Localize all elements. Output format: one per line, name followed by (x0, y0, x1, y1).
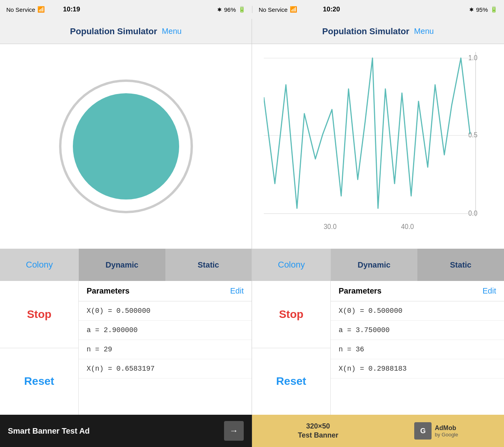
right-params-header: Parameters Edit (331, 281, 504, 301)
bluetooth-icon-right: ✱ (469, 7, 474, 13)
left-params-title: Parameters (87, 286, 130, 296)
left-param-xn: X(n) = 0.6583197 (79, 359, 252, 379)
right-param-x0: X(0) = 0.500000 (331, 301, 504, 321)
nav-menu-left[interactable]: Menu (162, 27, 182, 36)
right-viz-area: 1.0 0.5 0.0 30.0 40.0 (252, 44, 504, 249)
no-service-right: No Service 📶 (259, 6, 297, 13)
right-tab-group: Dynamic Static (331, 249, 504, 281)
ad-banner-text: Smart Banner Test Ad (8, 427, 218, 436)
left-tab-bar: Colony Dynamic Static (0, 249, 252, 281)
right-param-a: a = 3.750000 (331, 321, 504, 340)
right-reset-button[interactable]: Reset (252, 348, 330, 415)
chart-line (264, 58, 470, 209)
nav-bar-right: Population Simulator Menu (252, 19, 504, 44)
chart-svg: 1.0 0.5 0.0 30.0 40.0 (264, 52, 492, 233)
circle-outer (59, 79, 193, 213)
right-tab-bar: Colony Dynamic Static (252, 249, 504, 281)
left-tab-static[interactable]: Static (165, 249, 252, 281)
right-tab-static[interactable]: Static (417, 249, 504, 281)
test-banner-text: 320×50Test Banner (298, 422, 339, 440)
chart-y-min: 0.0 (468, 209, 477, 217)
no-service-left: No Service 📶 (6, 6, 45, 13)
left-params-panel: Parameters Edit X(0) = 0.500000 a = 2.90… (79, 281, 252, 415)
admob-logo: G AdMob by Google (414, 422, 458, 440)
ad-arrow-button[interactable]: → (224, 421, 244, 441)
nav-bar-left: Population Simulator Menu (0, 19, 252, 44)
admob-icon: G (414, 422, 432, 440)
admob-label: AdMob (435, 425, 458, 432)
left-bottom-content: Stop Reset Parameters Edit X(0) = 0.5000… (0, 281, 252, 415)
left-panel: Colony Dynamic Static Stop Reset Paramet… (0, 44, 252, 415)
status-bar-right: No Service 📶 10:20 ✱ 95% 🔋 (252, 6, 504, 13)
left-tab-colony[interactable]: Colony (0, 249, 79, 281)
battery-percent-left: 96% (224, 6, 236, 13)
nav-title-left: Population Simulator (70, 26, 157, 37)
admob-label-group: AdMob by Google (435, 425, 458, 438)
right-params-title: Parameters (339, 286, 382, 296)
ad-bar: Smart Banner Test Ad → 320×50Test Banner… (0, 415, 504, 447)
chart-wrapper: 1.0 0.5 0.0 30.0 40.0 (264, 52, 492, 233)
time-right: 10:20 (323, 6, 340, 13)
right-stop-button[interactable]: Stop (252, 281, 330, 348)
main-area: Colony Dynamic Static Stop Reset Paramet… (0, 44, 504, 415)
nav-bar: Population Simulator Menu Population Sim… (0, 19, 504, 44)
chart-x-30: 30.0 (324, 222, 337, 231)
chart-y-max: 1.0 (468, 54, 477, 62)
left-params-edit[interactable]: Edit (230, 286, 244, 296)
right-tab-colony[interactable]: Colony (252, 249, 331, 281)
right-param-n: n = 36 (331, 340, 504, 359)
right-tab-dynamic[interactable]: Dynamic (331, 249, 417, 281)
right-params-edit[interactable]: Edit (483, 286, 496, 296)
left-params-header: Parameters Edit (79, 281, 252, 301)
arrow-icon: → (230, 426, 238, 436)
circle-container (8, 52, 244, 241)
right-side-buttons: Stop Reset (252, 281, 331, 415)
chart-container: 1.0 0.5 0.0 30.0 40.0 (256, 48, 500, 245)
admob-sublabel: by Google (435, 432, 458, 438)
wifi-icon-right: 📶 (290, 6, 297, 13)
left-tab-group: Dynamic Static (79, 249, 252, 281)
nav-menu-right[interactable]: Menu (414, 27, 434, 36)
no-service-right-text: No Service (259, 6, 287, 13)
bluetooth-icon-left: ✱ (217, 7, 222, 13)
left-reset-button[interactable]: Reset (0, 348, 78, 415)
battery-right: ✱ 95% 🔋 (469, 6, 498, 13)
left-param-n: n = 29 (79, 340, 252, 359)
time-left: 10:19 (63, 6, 80, 13)
left-viz-area (0, 44, 252, 249)
battery-icon-left: 🔋 (238, 6, 246, 13)
ad-banner-right: 320×50Test Banner G AdMob by Google (252, 415, 504, 447)
right-params-panel: Parameters Edit X(0) = 0.500000 a = 3.75… (331, 281, 504, 415)
left-param-a: a = 2.900000 (79, 321, 252, 340)
status-bar: No Service 📶 10:19 ✱ 96% 🔋 No Service 📶 … (0, 0, 504, 19)
circle-inner (73, 93, 179, 199)
battery-percent-right: 95% (476, 6, 488, 13)
chart-x-40: 40.0 (401, 222, 414, 231)
wifi-icon-left: 📶 (37, 6, 45, 13)
no-service-left-text: No Service (6, 6, 35, 13)
status-bar-left: No Service 📶 10:19 ✱ 96% 🔋 (0, 6, 252, 13)
left-side-buttons: Stop Reset (0, 281, 79, 415)
battery-left: ✱ 96% 🔋 (217, 6, 246, 13)
left-param-x0: X(0) = 0.500000 (79, 301, 252, 321)
left-tab-dynamic[interactable]: Dynamic (79, 249, 165, 281)
right-panel: 1.0 0.5 0.0 30.0 40.0 (252, 44, 504, 415)
nav-title-right: Population Simulator (322, 26, 409, 37)
right-param-xn: X(n) = 0.2988183 (331, 359, 504, 379)
battery-icon-right: 🔋 (490, 6, 498, 13)
ad-banner-left: Smart Banner Test Ad → (0, 415, 252, 447)
right-bottom-content: Stop Reset Parameters Edit X(0) = 0.5000… (252, 281, 504, 415)
left-stop-button[interactable]: Stop (0, 281, 78, 348)
